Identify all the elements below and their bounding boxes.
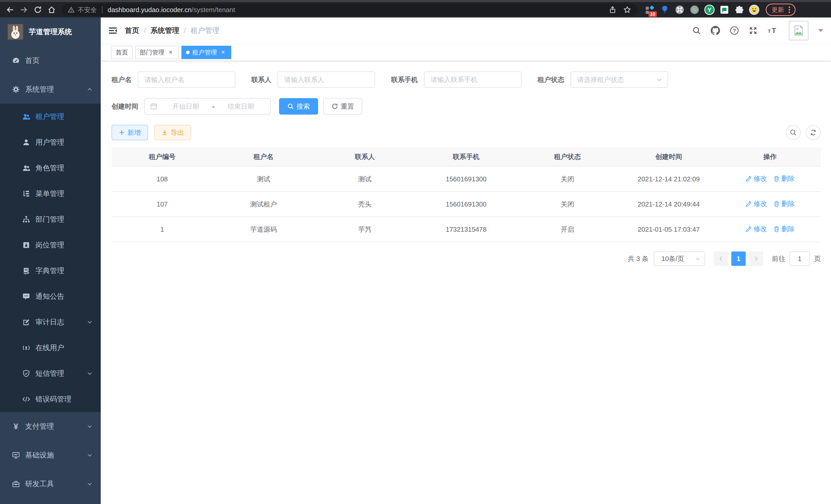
tab-close-icon[interactable]: × [220, 49, 227, 56]
browser-menu-icon[interactable] [787, 5, 792, 14]
breadcrumb-home[interactable]: 首页 [125, 26, 139, 35]
chrome-update-button[interactable]: 更新 [766, 4, 796, 16]
sidebar-item-user-management[interactable]: 用户管理 [0, 129, 101, 155]
contact-name-input[interactable] [278, 71, 375, 88]
chevron-down-icon [87, 371, 92, 376]
edit-link[interactable]: 修改 [745, 199, 767, 208]
cell-id: 1 [112, 217, 213, 242]
font-size-icon[interactable]: TT [767, 26, 777, 35]
code-icon [22, 395, 30, 403]
breadcrumb: 首页 / 系统管理 / 租户管理 [125, 26, 220, 35]
message-icon [22, 293, 30, 300]
tab-home[interactable]: 首页 [111, 46, 133, 59]
date-range-separator: - [210, 102, 217, 111]
chevron-down-icon [87, 424, 92, 429]
page-number-current[interactable]: 1 [731, 251, 746, 266]
sidebar-item-online-user[interactable]: 在线用户 [0, 335, 101, 361]
address-bar[interactable]: 不安全 dashboard.yudao.iocoder.cn/system/te… [62, 4, 637, 16]
home-button[interactable] [45, 3, 59, 17]
sidebar-item-infrastructure[interactable]: 基础设施 [0, 441, 101, 470]
contact-mobile-input[interactable] [424, 71, 522, 88]
tab-close-icon[interactable]: × [167, 49, 174, 56]
search-icon[interactable] [692, 26, 701, 35]
log-edit-icon [22, 318, 30, 326]
chevron-down-icon [87, 319, 92, 325]
tab-dept-management[interactable]: 部门管理 × [135, 46, 179, 59]
browser-toolbar: 不安全 dashboard.yudao.iocoder.cn/system/te… [0, 2, 831, 18]
delete-icon [773, 226, 780, 233]
search-button[interactable]: 搜索 [279, 98, 318, 115]
refresh-table-button[interactable] [806, 125, 821, 140]
grid-diamond-extension-icon[interactable]: 10 [643, 3, 656, 17]
reset-button[interactable]: 重置 [323, 98, 362, 115]
sidebar-item-pay-management[interactable]: ¥支付管理 [0, 412, 101, 441]
sidebar-item-label: 租户管理 [35, 112, 92, 121]
github-icon[interactable] [711, 26, 720, 35]
delete-link[interactable]: 删除 [773, 199, 795, 208]
screen: 不安全 dashboard.yudao.iocoder.cn/system/te… [0, 0, 831, 504]
goto-page-input[interactable] [790, 251, 810, 266]
chat-extension-icon[interactable] [718, 3, 731, 17]
balloon-extension-icon[interactable] [658, 3, 671, 17]
tenant-name-label: 租户名 [112, 75, 132, 84]
user-avatar[interactable] [789, 21, 808, 40]
edit-icon [745, 175, 752, 182]
command-extension-icon[interactable] [673, 3, 686, 17]
sidebar-item-error-code-management[interactable]: 错误码管理 [0, 386, 101, 412]
breadcrumb-system[interactable]: 系统管理 [150, 26, 179, 35]
smiley-profile-icon[interactable] [748, 3, 761, 17]
sidebar-item-dict-management[interactable]: 字典管理 [0, 258, 101, 284]
column-header: 创建时间 [618, 147, 719, 167]
sidebar-item-home[interactable]: 首页 [0, 46, 101, 75]
chevron-down-icon [656, 77, 662, 83]
toggle-search-button[interactable] [786, 125, 801, 140]
export-button[interactable]: 导出 [154, 125, 191, 140]
puzzle-extensions-icon[interactable] [733, 3, 746, 17]
cell-id: 108 [112, 167, 213, 191]
delete-link[interactable]: 删除 [773, 174, 795, 183]
chevron-up-icon [87, 87, 92, 92]
page-content: 租户名 联系人 联系手机 租户状态 请选择租户状态 [101, 61, 831, 504]
user-menu-caret-icon[interactable] [818, 29, 823, 34]
sidebar-item-dev-tools[interactable]: 研发工具 [0, 470, 101, 498]
sidebar-logo-row[interactable]: 芋道管理系统 [0, 18, 101, 46]
refresh-icon [810, 129, 817, 136]
create-time-range-picker[interactable]: 开始日期 - 结束日期 [144, 98, 271, 115]
back-button[interactable] [3, 3, 17, 17]
delete-link[interactable]: 删除 [773, 225, 795, 234]
reload-button[interactable] [31, 3, 45, 17]
tab-tenant-management[interactable]: 租户管理 × [181, 46, 231, 59]
sidebar-item-menu-management[interactable]: 菜单管理 [0, 181, 101, 207]
sidebar-item-sms-management[interactable]: 短信管理 [0, 361, 101, 386]
sidebar-item-label: 岗位管理 [35, 240, 92, 250]
record-extension-icon[interactable] [688, 3, 701, 17]
pagination: 共 3 条 10条/页 1 前往 页 [112, 251, 821, 266]
next-page-button[interactable] [749, 251, 763, 266]
forward-button[interactable] [17, 3, 31, 17]
sidebar-collapse-icon[interactable] [109, 26, 117, 35]
sidebar-item-post-management[interactable]: 岗位管理 [0, 232, 101, 258]
fullscreen-icon[interactable] [749, 26, 757, 35]
yudao-extension-icon[interactable]: Y [703, 3, 716, 17]
share-icon[interactable] [609, 6, 616, 13]
dict-book-icon [22, 267, 30, 275]
tenant-status-select[interactable]: 请选择租户状态 [570, 71, 668, 88]
cell-actions: 修改删除 [719, 167, 821, 191]
edit-link[interactable]: 修改 [745, 174, 767, 183]
sidebar-item-notice[interactable]: 通知公告 [0, 284, 101, 309]
prev-page-button[interactable] [714, 251, 728, 266]
sidebar-item-role-management[interactable]: 角色管理 [0, 155, 101, 181]
sidebar-item-system-management[interactable]: 系统管理 [0, 75, 101, 104]
help-icon[interactable]: ? [730, 26, 739, 35]
sidebar-item-tenant-management[interactable]: 租户管理 [0, 104, 101, 129]
active-tab-dot [186, 51, 190, 54]
bookmark-star-icon[interactable] [623, 6, 631, 13]
url-text: dashboard.yudao.iocoder.cn/system/tenant [108, 6, 604, 14]
sidebar-item-dept-management[interactable]: 部门管理 [0, 207, 101, 232]
page-size-select[interactable]: 10条/页 [654, 251, 705, 266]
delete-icon [773, 201, 780, 207]
add-button[interactable]: 新增 [112, 125, 148, 140]
sidebar-item-audit-log[interactable]: 审计日志 [0, 309, 101, 335]
edit-link[interactable]: 修改 [745, 225, 767, 234]
tenant-name-input[interactable] [138, 71, 235, 88]
